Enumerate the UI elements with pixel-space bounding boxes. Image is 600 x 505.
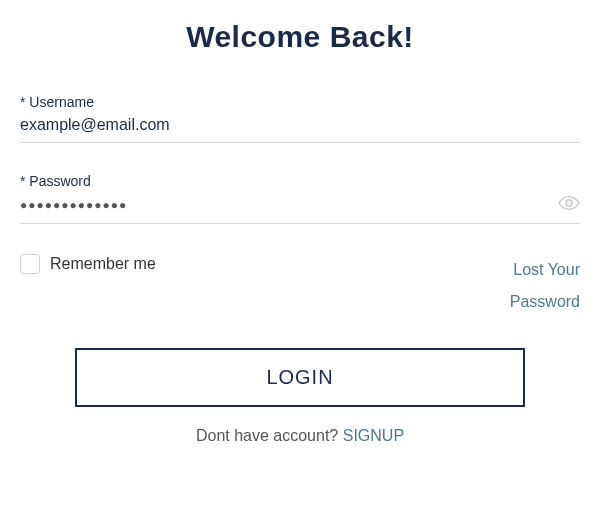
username-field-group: * Username bbox=[20, 94, 580, 143]
password-label: * Password bbox=[20, 173, 580, 189]
username-input[interactable] bbox=[20, 116, 552, 134]
eye-icon[interactable] bbox=[558, 195, 580, 215]
remember-label: Remember me bbox=[50, 255, 156, 273]
remember-me-toggle[interactable]: Remember me bbox=[20, 254, 156, 274]
username-label: * Username bbox=[20, 94, 580, 110]
password-field-group: * Password ●●●●●●●●●●●●● bbox=[20, 173, 580, 224]
signup-link[interactable]: SIGNUP bbox=[343, 427, 404, 444]
page-title: Welcome Back! bbox=[20, 20, 580, 54]
signup-row: Dont have account? SIGNUP bbox=[20, 427, 580, 445]
svg-point-0 bbox=[566, 200, 572, 206]
password-input[interactable]: ●●●●●●●●●●●●● bbox=[20, 198, 558, 212]
lost-password-link[interactable]: Lost Your Password bbox=[440, 254, 580, 318]
signup-prompt: Dont have account? bbox=[196, 427, 343, 444]
login-button[interactable]: LOGIN bbox=[75, 348, 525, 407]
options-row: Remember me Lost Your Password bbox=[20, 254, 580, 318]
remember-checkbox[interactable] bbox=[20, 254, 40, 274]
